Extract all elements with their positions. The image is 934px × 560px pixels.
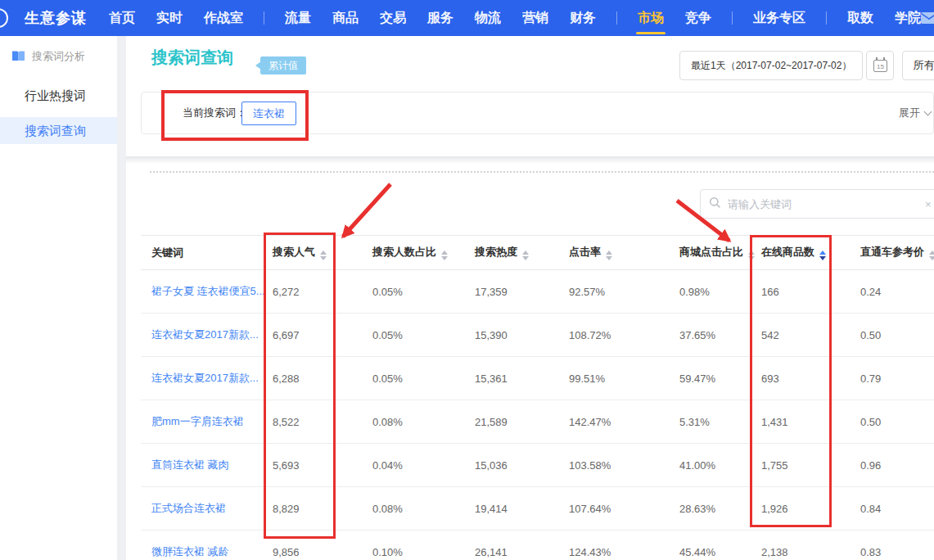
table-header-row: 关键词搜索人气搜索人数占比搜索热度点击率商城点击占比在线商品数直通车参考价 xyxy=(141,236,934,270)
keyword-link[interactable]: 连衣裙女夏2017新款... xyxy=(151,372,259,384)
sort-icon[interactable] xyxy=(929,251,934,260)
value-cell: 166 xyxy=(751,270,832,314)
cumulative-badge: 累计值 xyxy=(260,56,306,75)
column-label: 直通车参考价 xyxy=(860,246,924,258)
value-cell: 107.64% xyxy=(550,487,647,531)
brand-logo-icon xyxy=(0,8,8,28)
nav-item-4[interactable]: 流量 xyxy=(274,0,322,36)
nav-item-0[interactable]: 首页 xyxy=(98,0,146,36)
column-header-1[interactable]: 搜索人气 xyxy=(264,236,366,270)
nav-item-9[interactable]: 营销 xyxy=(512,0,559,36)
column-label: 商城点击占比 xyxy=(679,246,743,258)
value-cell: 28.63% xyxy=(647,487,751,531)
calendar-day: 15 xyxy=(877,64,884,70)
sidebar-divider xyxy=(117,36,126,560)
nav-divider xyxy=(616,11,617,25)
terminal-filter-label: 所有终端 xyxy=(913,58,934,73)
chevron-down-icon xyxy=(924,107,932,115)
value-cell: 5.31% xyxy=(647,400,751,444)
keyword-cell: 微胖连衣裙 减龄 xyxy=(141,531,264,560)
nav-divider xyxy=(826,11,827,25)
value-cell: 693 xyxy=(751,357,832,400)
column-label: 搜索人数占比 xyxy=(372,246,436,258)
nav-item-13[interactable]: 竞争 xyxy=(675,0,722,36)
current-term-chip[interactable]: 连衣裙 xyxy=(241,102,296,125)
keyword-link[interactable]: 裙子女夏 连衣裙便宜5... xyxy=(151,285,264,297)
value-cell: 59.47% xyxy=(647,357,751,400)
column-header-3[interactable]: 搜索热度 xyxy=(462,236,550,270)
column-header-4[interactable]: 点击率 xyxy=(550,236,647,270)
sort-icon[interactable] xyxy=(522,251,529,260)
sidebar: 搜索词分析 行业热搜词搜索词查询 xyxy=(0,36,117,560)
clear-input-icon[interactable]: × xyxy=(925,198,932,210)
value-cell: 0.05% xyxy=(366,270,462,314)
value-cell: 0.08% xyxy=(366,487,462,531)
column-label: 搜索热度 xyxy=(475,246,517,258)
sort-icon[interactable] xyxy=(819,251,826,260)
value-cell: 99.51% xyxy=(550,357,647,400)
value-cell: 15,361 xyxy=(462,357,550,400)
terminal-filter-dropdown[interactable]: 所有终端 xyxy=(902,51,934,80)
sort-icon[interactable] xyxy=(320,251,327,260)
column-header-2[interactable]: 搜索人数占比 xyxy=(366,236,462,270)
nav-item-1[interactable]: 实时 xyxy=(146,0,193,36)
keyword-link[interactable]: 直筒连衣裙 藏肉 xyxy=(151,458,229,471)
expand-link[interactable]: 展开 xyxy=(899,106,931,120)
nav-item-2[interactable]: 作战室 xyxy=(193,0,254,36)
sidebar-item-0[interactable]: 行业热搜词 xyxy=(0,83,117,109)
column-label: 点击率 xyxy=(569,246,601,258)
nav-item-6[interactable]: 交易 xyxy=(369,0,417,36)
toolbar: 最近1天（2017-07-02~2017-07-02） 15 所有终端 xyxy=(679,51,934,80)
nav-divider xyxy=(264,11,264,25)
value-cell: 1,926 xyxy=(751,487,832,531)
value-cell: 0.83 xyxy=(832,531,934,560)
table-row: 微胖连衣裙 减龄9,8560.10%26,141124.43%45.44%2,1… xyxy=(141,531,934,560)
nav-item-12[interactable]: 市场 xyxy=(627,0,675,36)
keyword-link[interactable]: 微胖连衣裙 减龄 xyxy=(151,545,229,558)
sidebar-item-1[interactable]: 搜索词查询 xyxy=(0,117,117,144)
keyword-link[interactable]: 正式场合连衣裙 xyxy=(151,502,226,514)
calendar-button[interactable]: 15 xyxy=(866,51,894,80)
nav-item-15[interactable]: 业务专区 xyxy=(742,0,816,36)
value-cell: 5,693 xyxy=(264,444,366,487)
sort-icon[interactable] xyxy=(748,251,755,260)
keyword-link[interactable]: 连衣裙女夏2017新款... xyxy=(151,328,259,341)
sidebar-section: 搜索词分析 xyxy=(0,36,117,64)
keyword-cell: 直筒连衣裙 藏肉 xyxy=(141,444,264,487)
table-row: 连衣裙女夏2017新款...6,2880.05%15,36199.51%59.4… xyxy=(141,357,934,400)
value-cell: 2,138 xyxy=(751,531,832,560)
keyword-cell: 肥mm一字肩连衣裙 xyxy=(141,400,264,444)
page-title: 搜索词查询 xyxy=(151,47,233,69)
nav-item-7[interactable]: 服务 xyxy=(417,0,464,36)
table-row: 肥mm一字肩连衣裙8,5220.08%21,589142.47%5.31%1,4… xyxy=(141,400,934,444)
nav-item-10[interactable]: 财务 xyxy=(559,0,607,36)
nav-items: 首页实时作战室流量商品交易服务物流营销财务市场竞争业务专区取数学院 xyxy=(98,0,932,36)
nav-item-17[interactable]: 取数 xyxy=(837,0,884,36)
nav-divider xyxy=(732,11,733,25)
value-cell: 0.04% xyxy=(366,444,462,487)
value-cell: 0.84 xyxy=(832,487,934,531)
value-cell: 21,589 xyxy=(462,400,550,444)
sort-icon[interactable] xyxy=(606,251,612,260)
keyword-link[interactable]: 肥mm一字肩连衣裙 xyxy=(151,415,244,427)
column-header-5[interactable]: 商城点击占比 xyxy=(647,236,751,270)
nav-item-8[interactable]: 物流 xyxy=(464,0,512,36)
value-cell: 0.05% xyxy=(366,314,462,357)
mail-icon[interactable] xyxy=(920,11,934,28)
column-header-6[interactable]: 在线商品数 xyxy=(751,236,832,270)
sidebar-menu: 行业热搜词搜索词查询 xyxy=(0,83,117,144)
sidebar-section-label: 搜索词分析 xyxy=(32,49,85,64)
nav-item-5[interactable]: 商品 xyxy=(322,0,369,36)
keyword-cell: 连衣裙女夏2017新款... xyxy=(141,314,264,357)
value-cell: 0.50 xyxy=(832,400,934,444)
brand-title[interactable]: 生意参谋 xyxy=(25,8,87,28)
keyword-search-input[interactable] xyxy=(728,198,934,210)
sort-icon[interactable] xyxy=(441,251,448,260)
value-cell: 92.57% xyxy=(550,270,647,314)
keyword-cell: 正式场合连衣裙 xyxy=(141,487,264,531)
value-cell: 6,288 xyxy=(264,357,366,400)
value-cell: 0.79 xyxy=(832,357,934,400)
column-header-7[interactable]: 直通车参考价 xyxy=(832,236,934,270)
date-range-selector[interactable]: 最近1天（2017-07-02~2017-07-02） xyxy=(679,51,863,80)
keyword-cell: 连衣裙女夏2017新款... xyxy=(141,357,264,400)
